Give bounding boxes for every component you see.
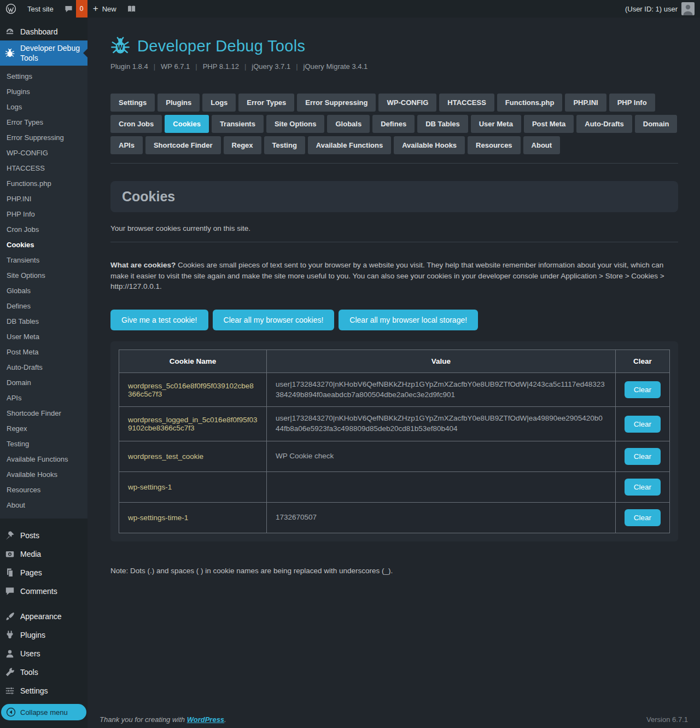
bug-icon — [4, 48, 15, 59]
sidebar-item-media[interactable]: Media — [0, 545, 88, 563]
cookie-value-cell: WP Cookie check — [267, 441, 616, 472]
cookie-action-button[interactable]: Give me a test cookie! — [110, 310, 208, 330]
clear-cookie-button[interactable]: Clear — [625, 416, 661, 433]
plugins-icon — [4, 630, 15, 640]
tab[interactable]: Cookies — [165, 115, 209, 133]
tab[interactable]: Error Suppressing — [297, 94, 376, 112]
tab[interactable]: About — [523, 136, 561, 154]
submenu-item[interactable]: User Meta — [0, 329, 88, 345]
tab[interactable]: Available Hooks — [394, 136, 465, 154]
sidebar-item-developer-debug-tools[interactable]: Developer Debug Tools — [0, 40, 88, 66]
submenu-item[interactable]: Available Hooks — [0, 467, 88, 482]
tab[interactable]: HTACCESS — [439, 94, 494, 112]
submenu-item[interactable]: About — [0, 498, 88, 513]
tab[interactable]: Domain — [635, 115, 678, 133]
submenu-item[interactable]: Testing — [0, 436, 88, 452]
comments-menu[interactable] — [59, 0, 76, 18]
site-name-label: Test site — [27, 5, 54, 13]
submenu-item[interactable]: PHP Info — [0, 207, 88, 222]
submenu-item[interactable]: Available Functions — [0, 452, 88, 467]
sidebar-item-users[interactable]: Users — [0, 644, 88, 663]
tab[interactable]: Cron Jobs — [110, 115, 162, 133]
tab[interactable]: Auto-Drafts — [576, 115, 632, 133]
submenu-item[interactable]: Regex — [0, 421, 88, 436]
plugin-submenu: SettingsPluginsLogsError TypesError Supp… — [0, 66, 88, 519]
submenu-item[interactable]: APIs — [0, 391, 88, 406]
my-account-menu[interactable]: (User ID: 1) user — [620, 2, 700, 15]
tab[interactable]: Plugins — [158, 94, 200, 112]
submenu-item[interactable]: WP-CONFIG — [0, 145, 88, 161]
cookie-name-cell: wordpress_logged_in_5c016e8f0f95f039102c… — [119, 407, 267, 441]
site-name-menu[interactable]: Test site — [22, 0, 59, 18]
tab[interactable]: Resources — [468, 136, 520, 154]
submenu-item[interactable]: DB Tables — [0, 314, 88, 329]
cookie-action-button[interactable]: Clear all my browser cookies! — [213, 310, 335, 330]
submenu-item[interactable]: Cookies — [0, 237, 88, 253]
submenu-item[interactable]: Error Suppressing — [0, 130, 88, 145]
submenu-item[interactable]: HTACCESS — [0, 161, 88, 176]
submenu-item[interactable]: Transients — [0, 253, 88, 268]
tab[interactable]: PHP.INI — [565, 94, 606, 112]
submenu-item[interactable]: Site Options — [0, 268, 88, 283]
cookie-name-cell: wp-settings-time-1 — [119, 503, 267, 533]
wordpress-link[interactable]: WordPress — [187, 715, 224, 724]
settings-icon — [4, 685, 15, 696]
clear-cookie-button[interactable]: Clear — [625, 479, 661, 496]
admin-bar: Test site 0 + New (User ID: 1) user — [0, 0, 700, 18]
tab[interactable]: Available Functions — [308, 136, 391, 154]
tab[interactable]: Functions.php — [497, 94, 563, 112]
submenu-item[interactable]: Error Types — [0, 115, 88, 130]
submenu-item[interactable]: Defines — [0, 299, 88, 314]
tab[interactable]: Error Types — [238, 94, 294, 112]
clear-cookie-button[interactable]: Clear — [625, 509, 661, 526]
tab[interactable]: Post Meta — [524, 115, 574, 133]
cookie-value-cell: user|1732843270|nKHobV6QefNBKkZHzp1GYpZm… — [267, 407, 616, 441]
tab[interactable]: Regex — [224, 136, 261, 154]
submenu-item[interactable]: Shortcode Finder — [0, 406, 88, 421]
submenu-item[interactable]: Settings — [0, 69, 88, 84]
tab[interactable]: User Meta — [471, 115, 521, 133]
sidebar-item-appearance[interactable]: Appearance — [0, 607, 88, 626]
tab[interactable]: Defines — [372, 115, 415, 133]
sidebar-item-tools[interactable]: Tools — [0, 663, 88, 682]
submenu-item[interactable]: Post Meta — [0, 345, 88, 360]
tab[interactable]: Transients — [212, 115, 264, 133]
tab[interactable]: PHP Info — [609, 94, 655, 112]
tab[interactable]: Settings — [110, 94, 155, 112]
sidebar-item-settings[interactable]: Settings — [0, 682, 88, 700]
tab[interactable]: WP-CONFIG — [378, 94, 436, 112]
new-content-menu[interactable]: + New — [88, 0, 122, 18]
submenu-item[interactable]: Auto-Drafts — [0, 360, 88, 375]
submenu-item[interactable]: Cron Jobs — [0, 222, 88, 237]
wp-logo-menu[interactable] — [0, 0, 22, 18]
sidebar-item-label: Media — [20, 549, 41, 560]
column-header-clear: Clear — [615, 350, 669, 372]
sidebar-item-comments[interactable]: Comments — [0, 582, 88, 601]
submenu-item[interactable]: Functions.php — [0, 176, 88, 191]
comments-icon — [4, 586, 15, 597]
book-menu[interactable] — [122, 0, 142, 18]
submenu-item[interactable]: Globals — [0, 283, 88, 299]
tab[interactable]: DB Tables — [417, 115, 468, 133]
clear-cookie-button[interactable]: Clear — [625, 381, 661, 398]
comment-count-badge[interactable]: 0 — [76, 0, 88, 18]
submenu-item[interactable]: Plugins — [0, 84, 88, 100]
tab[interactable]: Site Options — [266, 115, 325, 133]
cookie-action-button[interactable]: Clear all my browser local storage! — [339, 310, 478, 330]
tab[interactable]: Shortcode Finder — [145, 136, 221, 154]
sidebar-item-pages[interactable]: Pages — [0, 563, 88, 582]
collapse-menu-button[interactable]: Collapse menu — [1, 704, 86, 720]
tab[interactable]: Testing — [264, 136, 305, 154]
sidebar-item-posts[interactable]: Posts — [0, 526, 88, 545]
tab[interactable]: Globals — [327, 115, 370, 133]
submenu-item[interactable]: PHP.INI — [0, 191, 88, 207]
tab[interactable]: APIs — [110, 136, 143, 154]
clear-cookie-button[interactable]: Clear — [625, 448, 661, 465]
sidebar-item-dashboard[interactable]: Dashboard — [0, 23, 88, 40]
submenu-item[interactable]: Resources — [0, 482, 88, 498]
submenu-item[interactable]: Domain — [0, 375, 88, 391]
submenu-item[interactable]: Logs — [0, 100, 88, 115]
sidebar-item-plugins[interactable]: Plugins — [0, 626, 88, 644]
new-label: New — [102, 5, 116, 13]
tab[interactable]: Logs — [202, 94, 236, 112]
